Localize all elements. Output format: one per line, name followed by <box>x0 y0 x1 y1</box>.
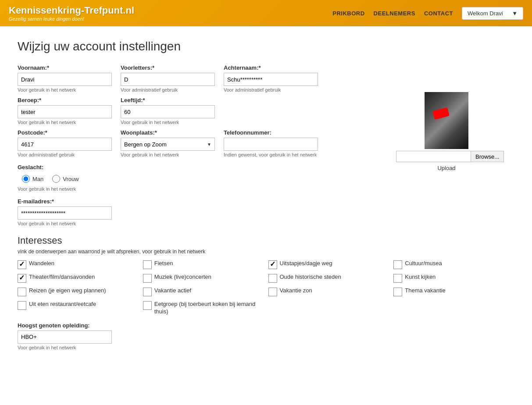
brand-subtitle: Gezellig samen leuke dingen doen! <box>9 16 332 21</box>
gender-vrouw-radio[interactable] <box>52 175 60 183</box>
interest-item: Vakantie zon <box>268 287 389 296</box>
interests-grid: WandelenFietsenUitstapjes/dagje wegCultu… <box>18 260 514 316</box>
interests-hint: vink de onderwerpen aan waarrond je wilt… <box>18 249 514 255</box>
postcode-field: Postcode:* Voor administratief gebruik <box>18 129 112 157</box>
interest-checkbox-7[interactable] <box>393 274 402 283</box>
profile-photo <box>425 92 468 149</box>
browse-button[interactable]: Browse... <box>471 151 504 162</box>
gender-vrouw-item[interactable]: Vrouw <box>52 175 79 183</box>
education-input[interactable] <box>18 330 112 344</box>
beroep-hint: Voor gebruik in het netwerk <box>18 120 112 125</box>
voornaam-hint: Voor gebruik in het netwerk <box>18 87 112 92</box>
email-hint: Voor gebruik in het netwerk <box>18 221 514 226</box>
brand: Kennissenkring-Trefpunt.nl Gezellig same… <box>9 5 332 21</box>
interest-checkbox-3[interactable] <box>393 260 402 269</box>
woonplaats-hint: Voor gebruik in het netwerk <box>121 152 215 157</box>
education-label: Hoogst genoten opleiding: <box>18 322 514 329</box>
voornaam-field: Voornaam:* Voor gebruik in het netwerk <box>18 64 112 92</box>
interest-item: Uitstapjes/dagje weg <box>268 260 389 269</box>
voornaam-input[interactable] <box>18 73 112 86</box>
gender-man-item[interactable]: Man <box>22 175 43 183</box>
gender-man-radio[interactable] <box>22 175 30 183</box>
interest-label-4: Theater/film/dansavonden <box>29 274 95 281</box>
interest-checkbox-12[interactable] <box>18 301 26 310</box>
gender-man-label: Man <box>32 176 43 182</box>
interest-checkbox-5[interactable] <box>143 274 152 283</box>
leeftijd-label: Leeftijd:* <box>121 97 215 103</box>
interest-item: Vakantie actief <box>143 287 264 296</box>
page-title: Wijzig uw account instellingen <box>18 39 514 53</box>
interests-section: Interesses vink de onderwerpen aan waarr… <box>18 235 514 316</box>
education-hint: Voor gebruik in het netwerk <box>18 345 514 350</box>
interest-checkbox-0[interactable] <box>18 260 26 269</box>
telefoonnummer-input[interactable] <box>224 138 318 151</box>
leeftijd-input[interactable] <box>121 105 215 118</box>
woonplaats-select[interactable]: Bergen op Zoom <box>121 138 215 151</box>
postcode-label: Postcode:* <box>18 129 112 136</box>
email-input[interactable] <box>18 206 112 220</box>
browse-row: Browse... <box>396 151 497 162</box>
telefoonnummer-hint: Indien gewenst, voor gebruik in het netw… <box>224 152 318 157</box>
interest-label-12: Uit eten restaurant/eetcafe <box>29 301 96 308</box>
email-section: E-mailadres:* Voor gebruik in het netwer… <box>18 198 514 226</box>
leeftijd-hint: Voor gebruik in het netwerk <box>121 120 215 125</box>
interest-checkbox-2[interactable] <box>268 260 277 269</box>
interest-label-3: Cultuur/musea <box>405 260 442 267</box>
main-nav: PRIKBORD DEELNEMERS CONTACT Welkom Dravi… <box>332 7 523 20</box>
nav-contact[interactable]: CONTACT <box>424 10 453 17</box>
beroep-field: Beroep:* Voor gebruik in het netwerk <box>18 97 112 125</box>
woonplaats-wrapper: Bergen op Zoom <box>121 138 215 151</box>
interest-checkbox-4[interactable] <box>18 274 26 283</box>
radio-group: Man Vrouw <box>18 175 514 183</box>
interest-label-13: Eetgroep (bij toerbeurt koken bij iemand… <box>154 301 264 316</box>
postcode-input[interactable] <box>18 138 112 151</box>
interest-label-7: Kunst kijken <box>405 274 436 281</box>
voorletters-hint: Voor administratief gebruik <box>121 87 215 92</box>
interest-item: Kunst kijken <box>393 274 514 283</box>
header: Kennissenkring-Trefpunt.nl Gezellig same… <box>0 0 532 26</box>
user-dropdown[interactable]: Welkom Dravi ▼ <box>462 7 523 20</box>
achternaam-input[interactable] <box>224 73 318 86</box>
interest-checkbox-8[interactable] <box>18 288 26 296</box>
postcode-hint: Voor administratief gebruik <box>18 152 112 157</box>
gender-hint: Voor gebruik in het netwerk <box>18 186 514 192</box>
interest-label-9: Vakantie actief <box>154 287 191 295</box>
interest-label-11: Thema vakantie <box>405 287 446 295</box>
user-label: Welkom Dravi <box>468 10 503 17</box>
interest-item: Uit eten restaurant/eetcafe <box>18 301 139 316</box>
voorletters-field: Voorletters:* Voor administratief gebrui… <box>121 64 215 92</box>
beroep-input[interactable] <box>18 105 112 118</box>
interest-checkbox-9[interactable] <box>143 288 152 296</box>
interest-checkbox-6[interactable] <box>268 274 277 283</box>
interest-item: Reizen (je eigen weg plannen) <box>18 287 139 296</box>
achternaam-hint: Voor administratief gebruik <box>224 87 318 92</box>
telefoonnummer-label: Telefoonnummer: <box>224 129 318 136</box>
interest-checkbox-11[interactable] <box>393 288 402 296</box>
voorletters-input[interactable] <box>121 73 215 86</box>
beroep-label: Beroep:* <box>18 97 112 103</box>
woonplaats-field: Woonplaats:* Bergen op Zoom Voor gebruik… <box>121 129 215 157</box>
woonplaats-label: Woonplaats:* <box>121 129 215 136</box>
photo-section: Browse... Upload <box>396 92 497 171</box>
interest-checkbox-1[interactable] <box>143 260 152 269</box>
gender-vrouw-label: Vrouw <box>63 176 79 182</box>
interest-item: Thema vakantie <box>393 287 514 296</box>
photo-placeholder <box>425 92 468 149</box>
interest-label-2: Uitstapjes/dagje weg <box>280 260 332 267</box>
nav-prikbord[interactable]: PRIKBORD <box>332 10 364 17</box>
interest-checkbox-13[interactable] <box>143 301 152 310</box>
interest-label-5: Muziek (live)concerten <box>154 274 211 281</box>
interest-label-0: Wandelen <box>29 260 54 267</box>
interest-item: Theater/film/dansavonden <box>18 274 139 283</box>
interest-item: Eetgroep (bij toerbeurt koken bij iemand… <box>143 301 264 316</box>
interest-item: Cultuur/musea <box>393 260 514 269</box>
telefoonnummer-field: Telefoonnummer: Indien gewenst, voor geb… <box>224 129 318 157</box>
achternaam-label: Achternaam:* <box>224 64 318 71</box>
nav-deelnemers[interactable]: DEELNEMERS <box>374 10 415 17</box>
interest-item: Muziek (live)concerten <box>143 274 264 283</box>
interest-checkbox-10[interactable] <box>268 288 277 296</box>
interest-item: Wandelen <box>18 260 139 269</box>
achternaam-field: Achternaam:* Voor administratief gebruik <box>224 64 318 92</box>
file-input[interactable] <box>396 151 471 162</box>
education-section: Hoogst genoten opleiding: Voor gebruik i… <box>18 322 514 350</box>
